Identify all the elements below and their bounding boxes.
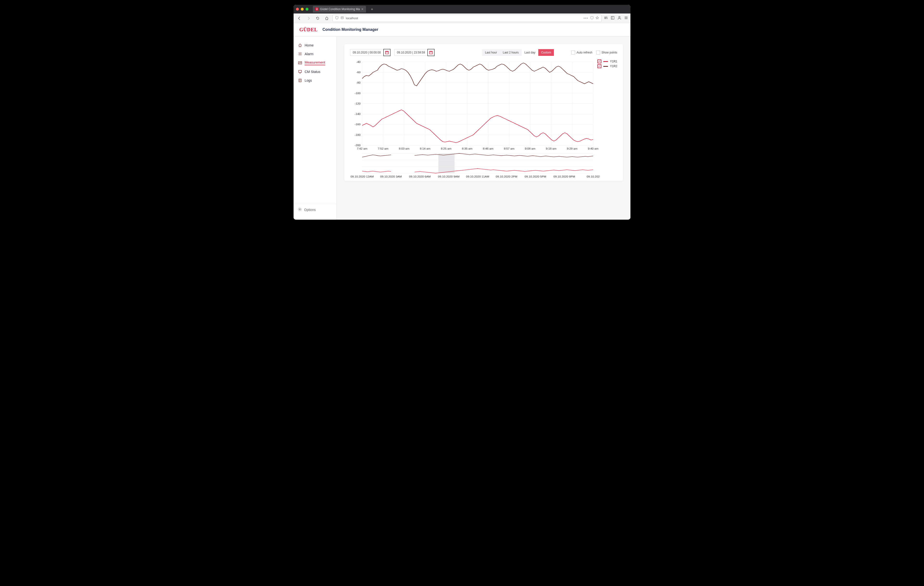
- svg-text:09.10.202: 09.10.202: [587, 175, 600, 178]
- sidebar-item-home[interactable]: Home: [294, 41, 337, 50]
- svg-text:8:35 am: 8:35 am: [462, 147, 472, 150]
- svg-text:09.10.2020 9AM: 09.10.2020 9AM: [438, 175, 460, 178]
- checkbox-icon: [571, 51, 575, 55]
- url-bar[interactable]: localhost •••: [333, 15, 602, 22]
- svg-text:9:40 am: 9:40 am: [588, 147, 599, 150]
- legend-swatch: [603, 61, 608, 62]
- svg-rect-55: [439, 154, 455, 173]
- monitor-icon: [298, 70, 302, 74]
- svg-text:8:03 am: 8:03 am: [399, 147, 409, 150]
- svg-text:9:18 am: 9:18 am: [546, 147, 556, 150]
- legend-item-y1r1[interactable]: ✓ Y1R1: [597, 60, 617, 63]
- svg-text:7:52 am: 7:52 am: [378, 147, 388, 150]
- svg-text:-140: -140: [355, 113, 360, 115]
- show-points-checkbox[interactable]: Show points: [596, 51, 617, 55]
- nav-back-button[interactable]: [296, 15, 303, 22]
- range-custom-button[interactable]: Custom: [538, 49, 554, 56]
- range-last-2-hours-button[interactable]: Last 2 hours: [500, 49, 521, 56]
- svg-rect-11: [386, 51, 388, 54]
- auto-refresh-checkbox[interactable]: Auto refresh: [571, 51, 592, 55]
- legend-swatch: [603, 66, 608, 67]
- sidebar-item-alarm[interactable]: Alarm: [294, 50, 337, 58]
- range-last-day-button[interactable]: Last day: [522, 49, 538, 56]
- sidebar: Home Alarm Measurement CM Status Logs: [294, 36, 337, 220]
- window-minimize-button[interactable]: [301, 8, 304, 11]
- app-title: Condition Monitoring Manager: [322, 28, 378, 32]
- bookmark-star-icon[interactable]: [596, 16, 599, 20]
- sidebar-item-label: Home: [305, 43, 314, 47]
- legend-checkbox-icon: ✓: [597, 64, 601, 68]
- library-icon[interactable]: [604, 16, 608, 21]
- page-info-icon: [340, 16, 344, 20]
- sidebar-item-cm-status[interactable]: CM Status: [294, 68, 337, 76]
- browser-window: Ü Güdel Condition Monitoring Ma ✕ ＋ loca…: [294, 5, 630, 220]
- url-text: localhost: [346, 17, 358, 20]
- svg-rect-8: [299, 70, 302, 73]
- show-points-label: Show points: [602, 51, 617, 54]
- sidebar-item-label: Alarm: [305, 52, 314, 56]
- sidebar-item-measurement[interactable]: Measurement: [294, 58, 337, 68]
- toolbar: 09.10.2020 | 00:00:00 09.10.2020 | 23:59…: [350, 49, 617, 56]
- svg-text:09.10.2020 2PM: 09.10.2020 2PM: [496, 175, 517, 178]
- svg-text:-180: -180: [355, 133, 360, 136]
- svg-text:9:29 am: 9:29 am: [567, 147, 578, 150]
- legend-item-y1r2[interactable]: ✓ Y1R2: [597, 64, 617, 68]
- browser-right-controls: [604, 16, 628, 21]
- window-close-button[interactable]: [296, 8, 299, 11]
- brand-logo: GÜDEL: [299, 27, 318, 33]
- browser-tab-bar: Ü Güdel Condition Monitoring Ma ✕ ＋: [294, 5, 630, 13]
- nav-home-button[interactable]: [323, 15, 330, 22]
- date-to-picker[interactable]: 09.10.2020 | 23:59:59: [394, 49, 435, 56]
- svg-text:-160: -160: [355, 123, 360, 126]
- window-controls: [296, 8, 309, 11]
- sidebar-item-label: Logs: [305, 78, 312, 83]
- alarm-icon: [298, 52, 302, 56]
- svg-text:8:25 am: 8:25 am: [441, 147, 451, 150]
- chart-area: ✓ Y1R1 ✓ Y1R2 -40-60-80-100-120-140-160-…: [350, 60, 617, 179]
- account-icon[interactable]: [617, 16, 621, 21]
- sidebar-toggle-icon[interactable]: [611, 16, 615, 21]
- calendar-icon[interactable]: [383, 49, 391, 56]
- calendar-icon[interactable]: [427, 49, 435, 56]
- close-tab-icon[interactable]: ✕: [361, 7, 364, 11]
- shield-icon: [335, 16, 338, 20]
- svg-text:-40: -40: [356, 60, 361, 63]
- range-last-hour-button[interactable]: Last hour: [482, 49, 500, 56]
- sidebar-item-logs[interactable]: Logs: [294, 76, 337, 85]
- new-tab-button[interactable]: ＋: [369, 6, 375, 12]
- browser-tab[interactable]: Ü Güdel Condition Monitoring Ma ✕: [313, 6, 366, 13]
- svg-point-5: [619, 17, 620, 18]
- gear-icon: [298, 207, 302, 212]
- svg-rect-3: [611, 17, 614, 19]
- svg-text:09.10.2020 6AM: 09.10.2020 6AM: [409, 175, 431, 178]
- range-buttons: Last hour Last 2 hours Last day Custom: [482, 49, 554, 56]
- nav-reload-button[interactable]: [314, 15, 321, 22]
- svg-text:-80: -80: [356, 81, 361, 84]
- svg-text:9:08 am: 9:08 am: [525, 147, 535, 150]
- app-header: GÜDEL Condition Monitoring Manager: [294, 23, 630, 36]
- svg-text:8:14 am: 8:14 am: [420, 147, 431, 150]
- nav-forward-button[interactable]: [305, 15, 312, 22]
- svg-text:09.10.2020 11AM: 09.10.2020 11AM: [466, 175, 489, 178]
- svg-text:-100: -100: [355, 91, 360, 94]
- checkbox-icon: [596, 51, 600, 55]
- svg-text:-60: -60: [356, 71, 361, 74]
- shield-toggle-icon[interactable]: [590, 16, 594, 20]
- overview-time-series-chart[interactable]: 09.10.2020 12AM09.10.2020 3AM09.10.2020 …: [350, 152, 617, 179]
- svg-text:09.10.2020 8PM: 09.10.2020 8PM: [553, 175, 575, 178]
- hamburger-menu-icon[interactable]: [624, 16, 628, 21]
- measurement-panel: 09.10.2020 | 00:00:00 09.10.2020 | 23:59…: [344, 44, 623, 181]
- svg-point-6: [299, 53, 301, 55]
- date-from-picker[interactable]: 09.10.2020 | 00:00:00: [350, 49, 391, 56]
- sidebar-options[interactable]: Options: [294, 204, 337, 215]
- main-time-series-chart[interactable]: -40-60-80-100-120-140-160-180-2007:42 am…: [350, 60, 617, 151]
- legend-label: Y1R1: [610, 60, 617, 63]
- browser-navbar: localhost •••: [294, 13, 630, 23]
- date-from-value: 09.10.2020 | 00:00:00: [350, 49, 383, 56]
- svg-point-10: [299, 209, 300, 210]
- url-more-icon[interactable]: •••: [584, 17, 588, 20]
- home-icon: [298, 43, 302, 48]
- svg-rect-12: [429, 51, 432, 54]
- window-maximize-button[interactable]: [305, 8, 309, 11]
- svg-text:8:46 am: 8:46 am: [483, 147, 493, 150]
